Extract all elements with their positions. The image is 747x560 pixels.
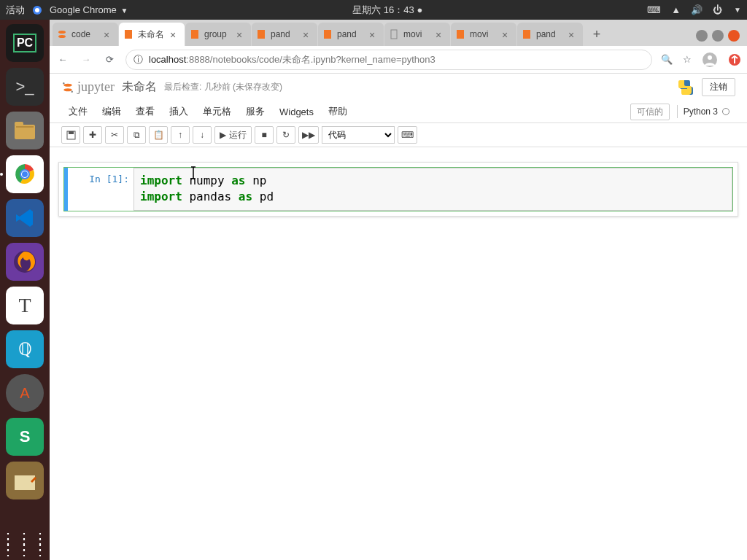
code-cell[interactable]: In [1]: import numpy as np import pandas… <box>63 167 733 211</box>
launcher-wps[interactable]: S <box>6 418 44 456</box>
tab-title: pand <box>271 29 298 39</box>
code-input[interactable]: import numpy as np import pandas as pd <box>133 168 732 211</box>
menu-kernel[interactable]: 服务 <box>239 102 272 121</box>
maximize-button[interactable] <box>712 30 724 42</box>
menu-file[interactable]: 文件 <box>61 102 95 121</box>
power-icon[interactable]: ⏻ <box>713 4 722 15</box>
ubuntu-launcher: PC >_ T ℚ A S ⋮⋮⋮⋮⋮⋮⋮⋮⋮ <box>0 20 50 560</box>
search-icon[interactable]: 🔍 <box>661 54 673 65</box>
tab-movie-1[interactable]: movi × <box>384 23 450 46</box>
add-cell-button[interactable]: ✚ <box>83 126 102 144</box>
trusted-indicator[interactable]: 可信的 <box>630 104 670 120</box>
tab-pandas-1[interactable]: pand × <box>252 23 317 46</box>
svg-point-22 <box>708 55 712 60</box>
browser-window: code × 未命名 × group × pand × pand × movi … <box>50 20 747 560</box>
system-menu-dropdown[interactable]: ▼ <box>734 6 741 14</box>
menu-cell[interactable]: 单元格 <box>196 102 239 121</box>
launcher-notes[interactable] <box>6 462 44 499</box>
chrome-app-indicator[interactable] <box>32 5 42 15</box>
logout-button[interactable]: 注销 <box>702 78 735 96</box>
info-icon[interactable]: ⓘ <box>133 53 143 66</box>
launcher-chrome[interactable] <box>6 155 44 193</box>
save-icon <box>66 131 76 140</box>
restart-run-all-button[interactable]: ▶▶ <box>298 126 319 144</box>
bookmark-icon[interactable]: ☆ <box>683 54 692 65</box>
svg-point-27 <box>71 90 73 92</box>
menu-help[interactable]: 帮助 <box>321 102 355 121</box>
launcher-terminal[interactable]: >_ <box>6 68 44 106</box>
tab-close-icon[interactable]: × <box>236 29 247 39</box>
tab-close-icon[interactable]: × <box>104 29 114 39</box>
minimize-button[interactable] <box>696 30 708 42</box>
tab-code[interactable]: code × <box>53 23 118 46</box>
tab-title: pand <box>536 29 564 39</box>
tab-close-icon[interactable]: × <box>568 29 578 39</box>
notebook-icon <box>256 29 266 39</box>
tab-strip: code × 未命名 × group × pand × pand × movi … <box>50 20 747 46</box>
tab-pandas-2[interactable]: pand × <box>318 23 384 46</box>
new-tab-button[interactable]: + <box>587 24 607 44</box>
clock[interactable]: 星期六 16：43 ● <box>352 4 422 15</box>
kernel-indicator[interactable]: Python 3 <box>677 105 735 118</box>
tab-group[interactable]: group × <box>185 23 251 46</box>
cell-type-select[interactable]: 代码 <box>322 126 395 144</box>
extension-icon[interactable] <box>728 53 741 66</box>
tab-movie-2[interactable]: movi × <box>451 23 516 46</box>
chrome-icon <box>32 5 42 15</box>
menu-widgets[interactable]: Widgets <box>272 104 321 120</box>
app-name[interactable]: Google Chrome ▼ <box>50 4 128 15</box>
launcher-settings[interactable]: ℚ <box>6 330 44 368</box>
tab-close-icon[interactable]: × <box>170 29 180 39</box>
run-button[interactable]: ▶运行 <box>214 126 252 144</box>
restart-button[interactable]: ↻ <box>276 126 295 144</box>
notebook-icon <box>455 29 465 39</box>
window-controls <box>696 30 744 46</box>
tab-close-icon[interactable]: × <box>369 29 379 39</box>
close-window-button[interactable] <box>728 30 740 42</box>
move-down-button[interactable]: ↓ <box>193 126 212 144</box>
svg-rect-4 <box>16 126 34 128</box>
tab-close-icon[interactable]: × <box>436 29 446 39</box>
launcher-firefox[interactable] <box>6 243 44 281</box>
back-button[interactable]: ← <box>55 52 70 67</box>
save-button[interactable] <box>61 126 80 144</box>
launcher-apps-grid[interactable]: ⋮⋮⋮⋮⋮⋮⋮⋮⋮ <box>1 535 49 553</box>
menu-view[interactable]: 查看 <box>128 102 162 121</box>
launcher-vscode[interactable] <box>6 199 44 237</box>
forward-button[interactable]: → <box>79 52 93 67</box>
tab-title: code <box>71 29 99 39</box>
svg-rect-17 <box>324 30 331 39</box>
volume-icon[interactable]: 🔊 <box>691 4 703 15</box>
keyboard-icon[interactable]: ⌨ <box>647 4 661 15</box>
move-up-button[interactable]: ↑ <box>171 126 190 144</box>
svg-point-13 <box>58 35 66 38</box>
url-input[interactable]: ⓘ localhost:8888/notebooks/code/未命名.ipyn… <box>125 50 652 70</box>
command-palette-button[interactable]: ⌨ <box>398 126 417 144</box>
cell-prompt: In [1]: <box>68 168 133 211</box>
network-icon[interactable]: ▲ <box>671 4 681 15</box>
tab-close-icon[interactable]: × <box>502 29 512 39</box>
menu-edit[interactable]: 编辑 <box>95 102 128 121</box>
tab-untitled[interactable]: 未命名 × <box>119 23 185 46</box>
jupyter-logo[interactable]: jupyter <box>61 79 115 95</box>
cut-button[interactable]: ✂ <box>105 126 124 144</box>
url-path: :8888/notebooks/code/未命名.ipynb?kernel_na… <box>186 54 435 65</box>
notebook-area: In [1]: import numpy as np import pandas… <box>50 147 747 231</box>
svg-rect-3 <box>15 122 23 126</box>
launcher-files[interactable] <box>6 112 44 149</box>
url-host: localhost <box>149 54 186 65</box>
activities-button[interactable]: 活动 <box>6 4 25 17</box>
paste-button[interactable]: 📋 <box>149 126 168 144</box>
notebook-title[interactable]: 未命名 <box>122 79 157 95</box>
tab-close-icon[interactable]: × <box>303 29 313 39</box>
copy-button[interactable]: ⧉ <box>127 126 146 144</box>
interrupt-button[interactable]: ■ <box>255 126 274 144</box>
launcher-text-editor[interactable]: T <box>6 287 44 324</box>
reload-button[interactable]: ⟳ <box>102 52 117 67</box>
tab-title: movi <box>403 29 431 39</box>
launcher-updates[interactable]: A <box>6 374 44 412</box>
profile-icon[interactable] <box>702 52 718 68</box>
menu-insert[interactable]: 插入 <box>162 102 196 121</box>
launcher-pycharm[interactable]: PC <box>6 24 44 62</box>
tab-pandas-3[interactable]: pand × <box>517 23 583 46</box>
